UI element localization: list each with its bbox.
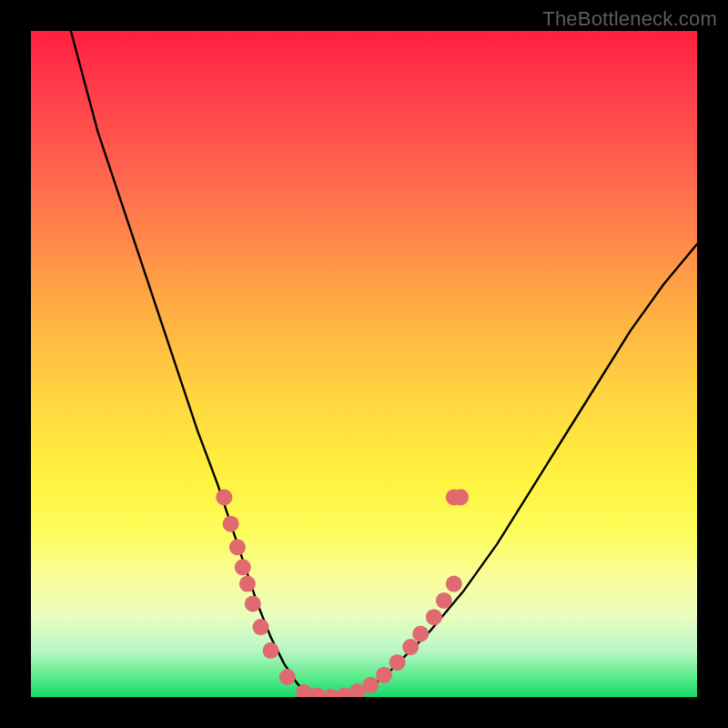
data-point bbox=[245, 596, 261, 612]
data-point bbox=[235, 559, 251, 575]
data-point bbox=[229, 539, 246, 555]
data-point bbox=[376, 667, 392, 683]
data-point bbox=[412, 626, 429, 642]
data-point bbox=[239, 576, 256, 592]
data-point bbox=[426, 609, 442, 625]
plot-area bbox=[31, 31, 697, 697]
data-point bbox=[362, 677, 379, 693]
data-point bbox=[253, 619, 269, 635]
data-point bbox=[436, 592, 452, 609]
watermark-text: TheBottleneck.com bbox=[542, 7, 717, 31]
bottleneck-curve bbox=[71, 31, 697, 697]
data-point bbox=[279, 669, 296, 685]
data-point bbox=[389, 654, 406, 671]
chart-frame: TheBottleneck.com bbox=[0, 0, 728, 728]
chart-svg bbox=[31, 31, 697, 697]
data-point bbox=[446, 576, 462, 592]
data-point bbox=[263, 642, 279, 659]
data-point bbox=[223, 516, 239, 532]
data-point bbox=[402, 639, 419, 655]
data-point bbox=[216, 489, 232, 505]
data-point bbox=[452, 489, 469, 505]
